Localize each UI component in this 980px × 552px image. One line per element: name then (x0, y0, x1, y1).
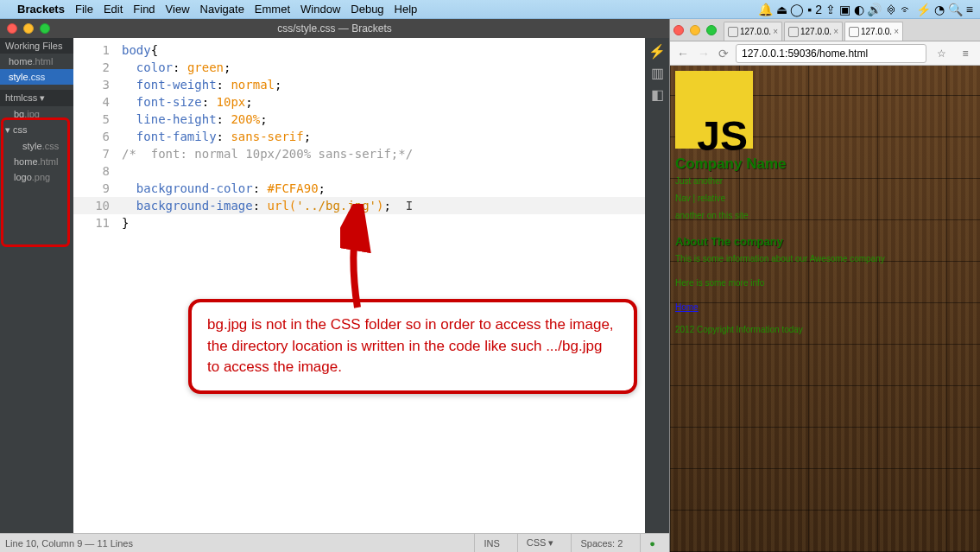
code-line-4[interactable]: 4 font-size: 10px; (73, 93, 645, 111)
browser-minimize-icon[interactable] (690, 25, 700, 35)
browser-toolbar: ← → ⟳ ☆ ≡ (670, 41, 980, 66)
tab-close-icon[interactable]: × (773, 27, 778, 36)
macos-menubar: Brackets File Edit Find View Navigate Em… (0, 0, 980, 19)
tree-item-home[interactable]: home.html (0, 154, 73, 169)
address-bar[interactable] (736, 44, 926, 63)
insert-mode[interactable]: INS (474, 534, 508, 552)
window-controls (7, 23, 50, 34)
tree-item-style[interactable]: style.css (0, 138, 73, 154)
page-nav3: another on this site (675, 207, 975, 225)
tree-item-css[interactable]: ▾ css (0, 122, 73, 138)
page-footer: 2012 Copyright Information today (675, 321, 975, 339)
plugin-icon[interactable]: ◧ (651, 86, 664, 103)
tree-item-bg[interactable]: bg.jpg (0, 106, 73, 122)
working-files-header[interactable]: Working Files (0, 38, 73, 54)
annotation-text: bg.jpg is not in the CSS folder so in or… (207, 316, 614, 375)
favicon-icon (849, 27, 859, 37)
page-nav2: Nav | relative (675, 190, 975, 207)
page-about-heading: About The company (675, 233, 975, 251)
tab-close-icon[interactable]: × (894, 27, 899, 36)
editor-area: 1body{2 color: green;3 font-weight: norm… (73, 38, 669, 533)
browser-tab-0[interactable]: 127.0.0.× (724, 22, 782, 41)
window-titlebar[interactable]: css/style.css — Brackets (0, 19, 669, 38)
indent-mode[interactable]: Spaces: 2 (571, 534, 631, 552)
favicon-icon (728, 27, 738, 37)
code-line-5[interactable]: 5 line-height: 200%; (73, 111, 645, 128)
project-header[interactable]: htmlcss ▾ (0, 90, 73, 106)
js-logo: JS (675, 71, 753, 149)
code-line-8[interactable]: 8 (73, 162, 645, 180)
code-line-3[interactable]: 3 font-weight: normal; (73, 76, 645, 93)
code-editor[interactable]: 1body{2 color: green;3 font-weight: norm… (73, 38, 645, 533)
code-line-7[interactable]: 7/* font: normal 10px/200% sans-serif;*/ (73, 145, 645, 162)
annotation-callout: bg.jpg is not in the CSS folder so in or… (188, 299, 637, 394)
code-line-6[interactable]: 6 font-family: sans-serif; (73, 128, 645, 145)
menu-edit[interactable]: Edit (104, 3, 123, 16)
app-name[interactable]: Brackets (17, 3, 65, 16)
favicon-icon (788, 27, 799, 37)
browser-tab-1[interactable]: 127.0.0.× (784, 22, 843, 41)
page-more-info: Here is some more info (675, 275, 975, 292)
back-icon[interactable]: ← (675, 47, 691, 60)
sidebar: Working Files home.htmlstyle.css htmlcss… (0, 38, 73, 533)
menu-view[interactable]: View (166, 3, 190, 16)
right-toolbar: ⚡ ▥ ◧ (645, 38, 669, 533)
page-nav1: Just another (675, 173, 975, 190)
live-preview-icon[interactable]: ⚡ (648, 43, 666, 60)
tab-close-icon[interactable]: × (833, 27, 838, 36)
reload-icon[interactable]: ⟳ (717, 47, 730, 60)
working-file-home[interactable]: home.html (0, 54, 73, 69)
code-line-11[interactable]: 11} (73, 214, 645, 232)
minimize-icon[interactable] (23, 23, 34, 34)
working-file-style[interactable]: style.css (0, 69, 73, 85)
page-home-link[interactable]: Home (675, 302, 699, 312)
close-icon[interactable] (7, 23, 17, 34)
browser-viewport: JS Company Name Just another Nav | relat… (670, 66, 980, 552)
code-line-2[interactable]: 2 color: green; (73, 59, 645, 76)
extensions-icon[interactable]: ▥ (651, 65, 664, 81)
menu-help[interactable]: Help (395, 3, 418, 16)
zoom-icon[interactable] (40, 23, 50, 34)
menu-icon[interactable]: ≡ (956, 48, 975, 60)
browser-zoom-icon[interactable] (706, 25, 717, 35)
browser-tab-bar: 127.0.0.×127.0.0.×127.0.0.× (670, 19, 980, 41)
page-company-name: Company Name (675, 155, 975, 173)
menu-find[interactable]: Find (133, 3, 155, 16)
code-line-1[interactable]: 1body{ (73, 41, 645, 59)
window-title: css/style.css — Brackets (277, 22, 392, 35)
menubar-status-icons: 🔔 ⏏ ◯ ▪ 2 ⇪ ▣ ◐ 🔊 ⏣ ᯤ ⚡ ◔ 🔍 ≡ (758, 3, 973, 16)
menu-emmet[interactable]: Emmet (255, 3, 290, 16)
chrome-window: 127.0.0.×127.0.0.×127.0.0.× ← → ⟳ ☆ ≡ JS… (670, 19, 980, 552)
bookmark-icon[interactable]: ☆ (932, 48, 951, 60)
forward-icon[interactable]: → (696, 47, 711, 60)
menu-file[interactable]: File (75, 3, 93, 16)
menu-debug[interactable]: Debug (351, 3, 383, 16)
browser-close-icon[interactable] (673, 25, 684, 35)
status-ok-icon[interactable]: ● (640, 534, 664, 552)
status-bar: Line 10, Column 9 — 11 Lines INS CSS ▾ S… (0, 533, 669, 552)
cursor-position[interactable]: Line 10, Column 9 — 11 Lines (5, 538, 133, 549)
menu-window[interactable]: Window (300, 3, 340, 16)
brackets-window: css/style.css — Brackets Working Files h… (0, 19, 670, 552)
page-about-text: This is some information about our Aweso… (675, 251, 975, 268)
browser-tab-2[interactable]: 127.0.0.× (844, 22, 903, 41)
tree-item-logo[interactable]: logo.png (0, 169, 73, 185)
code-line-10[interactable]: 10 background-image: url('../bg.jpg'); I (73, 197, 645, 214)
code-line-9[interactable]: 9 background-color: #FCFA90; (73, 180, 645, 197)
menu-navigate[interactable]: Navigate (200, 3, 244, 16)
language-mode[interactable]: CSS ▾ (517, 534, 563, 552)
